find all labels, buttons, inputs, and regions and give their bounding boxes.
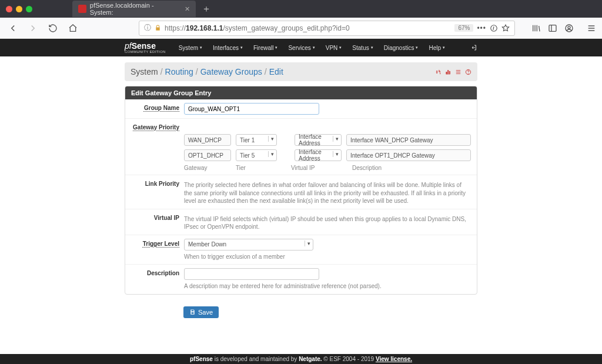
- back-button[interactable]: [6, 21, 20, 35]
- panel-title: Edit Gateway Group Entry: [125, 86, 477, 99]
- nav-services[interactable]: Services▾: [283, 45, 319, 51]
- svg-rect-8: [449, 71, 450, 74]
- gw-desc-0: Interface WAN_DHCP Gateway: [346, 134, 471, 146]
- browser-tab-title: pfSense.localdomain - System:: [90, 2, 178, 16]
- trigger-level-select[interactable]: Member Down: [184, 239, 313, 251]
- breadcrumb-bar: System / Routing / Gateway Groups / Edit: [125, 62, 477, 81]
- gw-name-0: WAN_DHCP: [184, 134, 231, 146]
- list-icon[interactable]: [455, 69, 461, 75]
- breadcrumb-routing[interactable]: Routing: [165, 67, 193, 76]
- nav-help[interactable]: Help▾: [424, 45, 450, 51]
- minimize-window-button[interactable]: [16, 6, 22, 12]
- trigger-level-help: When to trigger exclusion of a member: [184, 253, 471, 261]
- breadcrumb-current: Edit: [269, 67, 283, 76]
- label-trigger-level: Trigger Level: [131, 239, 184, 247]
- settings-icon[interactable]: [435, 69, 442, 75]
- view-license-link[interactable]: View license.: [376, 356, 412, 356]
- maximize-window-button[interactable]: [26, 6, 32, 12]
- gateway-row-0: WAN_DHCP Tier 1 Interface Address Interf…: [184, 134, 471, 146]
- vip-select-1[interactable]: Interface Address: [295, 149, 342, 161]
- svg-point-3: [568, 26, 570, 28]
- insecure-lock-icon: [155, 25, 161, 31]
- nav-status[interactable]: Status▾: [347, 45, 377, 51]
- svg-point-10: [468, 73, 469, 74]
- nav-interfaces[interactable]: Interfaces▾: [208, 45, 248, 51]
- breadcrumb-gateway-groups[interactable]: Gateway Groups: [200, 67, 262, 76]
- tier-select-1[interactable]: Tier 5: [236, 149, 277, 161]
- vip-select-0[interactable]: Interface Address: [295, 134, 342, 146]
- virtual-ip-help: The virtual IP field selects which (virt…: [184, 215, 471, 231]
- svg-rect-7: [448, 70, 449, 74]
- more-icon[interactable]: •••: [477, 24, 486, 32]
- svg-rect-1: [549, 25, 556, 31]
- group-name-input[interactable]: [184, 103, 319, 115]
- label-virtual-ip: Virtual IP: [131, 213, 184, 221]
- star-icon[interactable]: [501, 24, 510, 32]
- help-icon[interactable]: [465, 69, 471, 75]
- gw-column-headers: Gateway Tier Virtual IP Description: [184, 165, 471, 171]
- logo[interactable]: pfSense COMMUNITY EDITION: [125, 42, 166, 54]
- gateway-row-1: OPT1_DHCP Tier 5 Interface Address Inter…: [184, 149, 471, 161]
- menu-icon[interactable]: [587, 24, 596, 33]
- new-tab-button[interactable]: ＋: [202, 3, 211, 15]
- window-controls: [6, 6, 32, 12]
- page-body: pfSense COMMUNITY EDITION System▾ Interf…: [0, 39, 602, 356]
- gw-desc-1: Interface OPT1_DHCP Gateway: [346, 149, 471, 161]
- edit-panel: Edit Gateway Group Entry Group Name Gate…: [125, 86, 477, 295]
- forward-button[interactable]: [26, 21, 40, 35]
- browser-tab[interactable]: pfSense.localdomain - System: ✕: [72, 1, 196, 17]
- description-help: A description may be entered here for ad…: [184, 282, 471, 290]
- gw-name-1: OPT1_DHCP: [184, 149, 231, 161]
- browser-toolbar: ⓘ https://192.168.1.1/system_gateway_gro…: [0, 18, 602, 39]
- nav-firewall[interactable]: Firewall▾: [249, 45, 282, 51]
- footer: pfSense is developed and maintained by N…: [0, 354, 602, 356]
- nav-system[interactable]: System▾: [174, 45, 207, 51]
- description-input[interactable]: [184, 268, 319, 280]
- sidebar-icon[interactable]: [548, 24, 557, 33]
- close-window-button[interactable]: [6, 6, 12, 12]
- close-tab-icon[interactable]: ✕: [185, 5, 190, 13]
- reload-button[interactable]: [46, 21, 60, 35]
- top-nav: pfSense COMMUNITY EDITION System▾ Interf…: [0, 39, 602, 56]
- nav-menu: System▾ Interfaces▾ Firewall▾ Services▾ …: [174, 45, 450, 51]
- label-description: Description: [131, 268, 184, 276]
- save-icon: [189, 309, 196, 315]
- tier-select-0[interactable]: Tier 1: [236, 134, 277, 146]
- svg-rect-6: [446, 72, 447, 74]
- label-link-priority: Link Priority: [131, 179, 184, 187]
- nav-vpn[interactable]: VPN▾: [321, 45, 347, 51]
- breadcrumb: System / Routing / Gateway Groups / Edit: [131, 67, 283, 76]
- svg-point-4: [436, 71, 437, 72]
- favicon-icon: [78, 5, 86, 13]
- nav-diagnostics[interactable]: Diagnostics▾: [379, 45, 423, 51]
- zoom-badge[interactable]: 67%: [454, 24, 473, 32]
- link-priority-help: The priority selected here defines in wh…: [184, 181, 471, 205]
- account-icon[interactable]: [564, 24, 574, 33]
- label-group-name: Group Name: [131, 103, 184, 111]
- home-button[interactable]: [66, 21, 80, 35]
- window-titlebar: pfSense.localdomain - System: ✕ ＋: [0, 0, 602, 18]
- url-text: https://192.168.1.1/system_gateway_group…: [165, 24, 447, 32]
- breadcrumb-root: System: [131, 67, 158, 76]
- url-bar[interactable]: ⓘ https://192.168.1.1/system_gateway_gro…: [139, 21, 515, 36]
- reader-icon[interactable]: [490, 24, 498, 32]
- save-button-label: Save: [198, 309, 213, 316]
- svg-point-5: [439, 71, 440, 72]
- library-icon[interactable]: [531, 24, 541, 33]
- info-icon: ⓘ: [144, 23, 151, 33]
- label-gateway-priority: Gateway Priority: [131, 122, 184, 131]
- logout-icon[interactable]: [470, 44, 477, 51]
- save-button[interactable]: Save: [183, 306, 219, 318]
- chart-icon[interactable]: [445, 69, 452, 75]
